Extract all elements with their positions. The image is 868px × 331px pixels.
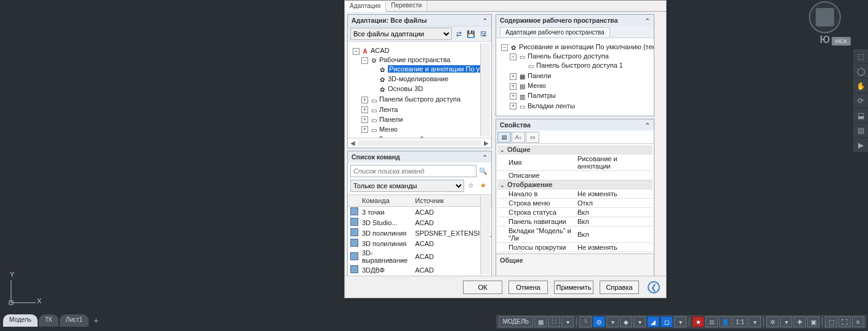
anno-icon[interactable]: ★ [692, 316, 704, 327]
view-cube[interactable]: Ю [800, 0, 850, 34]
tree-item[interactable]: Лента [379, 106, 398, 113]
nav-walk-icon[interactable]: ▤ [853, 123, 868, 138]
nav-pan-icon[interactable]: ✋ [853, 79, 868, 94]
dropdown-icon[interactable]: ▾ [780, 316, 792, 327]
collapse-icon[interactable]: ⌄ [645, 17, 650, 24]
dropdown-icon[interactable]: ▾ [633, 316, 646, 327]
properties-table[interactable]: ⌄Общие ИмяРисование и аннотации Описание… [497, 145, 653, 252]
tabs-icon: ▭ [518, 103, 526, 110]
clean-icon[interactable]: ⬚ [825, 316, 837, 327]
tab-customize[interactable]: Адаптация [345, 1, 386, 12]
command-row[interactable]: 3 точкиACAD [348, 207, 491, 218]
nav-orbit-icon[interactable]: ⟳ [853, 94, 868, 108]
tree-item-selected[interactable]: Рисование и аннотации По умолчанию (тек [388, 65, 490, 73]
tree-item[interactable]: Меню [528, 82, 546, 89]
anno-scale-icon[interactable]: ⚖ [705, 316, 718, 327]
tab-layout2[interactable]: Лист1 [60, 314, 89, 327]
qat-icon: ▭ [526, 62, 535, 70]
command-row[interactable]: 3D полилинияSPDSNET_EXTENSION_RUS [348, 228, 491, 238]
command-table[interactable]: Команда Источник 3 точкиACAD3D Studio...… [348, 194, 491, 276]
menu-icon[interactable]: ≡ [852, 316, 864, 327]
adaptation-tree[interactable]: −AACAD −⚙Рабочие пространства ✿Рисование… [349, 43, 490, 138]
wcs-badge[interactable]: МСК [832, 37, 851, 46]
command-icon [350, 239, 358, 247]
tree-item[interactable]: 3D-моделирование [388, 75, 448, 82]
crosshair-icon[interactable]: ✚ [794, 316, 806, 327]
tree-item[interactable]: Панели [528, 72, 551, 79]
command-search-input[interactable] [350, 165, 476, 177]
workspace-tree[interactable]: −✿Рисование и аннотации По умолчанию (те… [497, 39, 653, 114]
model-label[interactable]: МОДЕЛЬ [499, 316, 533, 327]
folder-icon: ▭ [369, 116, 378, 124]
ok-button[interactable]: ОК [463, 281, 502, 294]
dropdown-icon[interactable]: ▾ [606, 316, 619, 327]
back-icon[interactable]: ❮ [648, 281, 660, 293]
nav-play-icon[interactable]: ▶ [853, 138, 868, 153]
prop-categorized-icon[interactable]: ▤ [497, 132, 511, 143]
dropdown-icon[interactable]: ▾ [561, 316, 574, 327]
tab-translate[interactable]: Перевести [386, 1, 427, 11]
tree-item[interactable]: Панель быстрого доступа 1 [536, 62, 623, 69]
ortho-icon[interactable]: └ [579, 316, 592, 327]
panel-title: Содержимое рабочего пространства [500, 17, 617, 24]
collapse-icon[interactable]: ⌄ [483, 154, 488, 161]
tree-item[interactable]: Основы 3D [388, 85, 423, 92]
cancel-button[interactable]: Отмена [508, 281, 548, 294]
dropdown-icon[interactable]: ▾ [674, 316, 686, 327]
navigation-bar: ⬚ ◯ ✋ ⟳ ⬓ ▤ ▶ [853, 49, 868, 153]
command-icon [350, 265, 358, 273]
save-icon[interactable]: 💾 [465, 28, 476, 39]
command-row[interactable]: 3D-зеркалоACAD [348, 275, 491, 276]
tree-scrollbar[interactable] [480, 43, 490, 137]
polar-icon[interactable]: ⊙ [593, 316, 605, 327]
tab-model[interactable]: Модель [3, 314, 38, 327]
star-icon[interactable]: ★ [478, 180, 489, 191]
tree-item[interactable]: Быстрые свойства [379, 135, 438, 138]
grid-icon[interactable]: ▦ [534, 316, 547, 327]
tree-hscroll[interactable]: ◀▶ [348, 138, 491, 148]
tree-item[interactable]: Меню [379, 126, 398, 133]
collapse-icon[interactable]: ⌄ [645, 122, 650, 129]
tab-layout1[interactable]: ТК [39, 314, 58, 327]
panel-title: Адаптации: Все файлы [352, 17, 427, 24]
collapse-icon[interactable]: ⌄ [483, 17, 488, 24]
snap-icon[interactable]: ⸬ [548, 316, 560, 327]
panel-title: Список команд [352, 153, 400, 161]
command-row[interactable]: 3D-выравниваниеACAD [348, 249, 491, 265]
workspace-tab[interactable]: Адаптация рабочего пространства [500, 27, 610, 37]
tree-item[interactable]: Панели [379, 116, 403, 123]
command-row[interactable]: 3D полилинияACAD [348, 238, 491, 249]
nav-full-icon[interactable]: ⬚ [853, 49, 868, 64]
person-icon[interactable]: 👤 [719, 316, 731, 327]
command-filter-combo[interactable]: Только все команды [350, 180, 464, 192]
command-row[interactable]: 3DДВФACAD [348, 265, 491, 275]
command-row[interactable]: 3D Studio...ACAD [348, 217, 491, 228]
prop-pages-icon[interactable]: ▭ [526, 132, 539, 143]
nav-zoom-icon[interactable]: ◯ [853, 64, 868, 79]
gear-icon[interactable]: ✲ [766, 316, 779, 327]
star-add-icon[interactable]: ☆ [465, 180, 476, 191]
osnap-icon[interactable]: ◢ [647, 316, 659, 327]
iso-icon[interactable]: ◆ [620, 316, 632, 327]
add-layout-button[interactable]: + [90, 314, 102, 327]
adaptation-files-combo[interactable]: Все файлы адаптации [350, 28, 452, 40]
gear-icon: ✿ [378, 86, 387, 93]
fullscreen-icon[interactable]: ⛶ [838, 316, 851, 327]
apply-button[interactable]: Применить [554, 281, 593, 294]
search-icon[interactable]: 🔍 [478, 166, 489, 177]
tree-item[interactable]: Панели быстрого доступа [379, 95, 460, 103]
tree-item[interactable]: Вкладки ленты [528, 102, 575, 110]
dropdown-icon[interactable]: ▾ [749, 316, 761, 327]
prop-alpha-icon[interactable]: A↓ [512, 132, 525, 143]
tree-item[interactable]: Панель быстрого доступа [528, 52, 609, 60]
nav-extent-icon[interactable]: ⬓ [853, 108, 868, 123]
tree-item[interactable]: Палитры [528, 92, 556, 99]
transfer-icon[interactable]: ⇄ [453, 28, 464, 39]
help-button[interactable]: Справка [600, 281, 639, 294]
scale-label[interactable]: 1:1 [733, 316, 747, 327]
save-all-icon[interactable]: 🖫 [478, 28, 489, 39]
monitor-icon[interactable]: ▣ [807, 316, 819, 327]
ucs-icon: Y X [5, 271, 48, 308]
otrack-icon[interactable]: ◻ [661, 316, 673, 327]
commands-scrollbar[interactable] [480, 196, 490, 274]
